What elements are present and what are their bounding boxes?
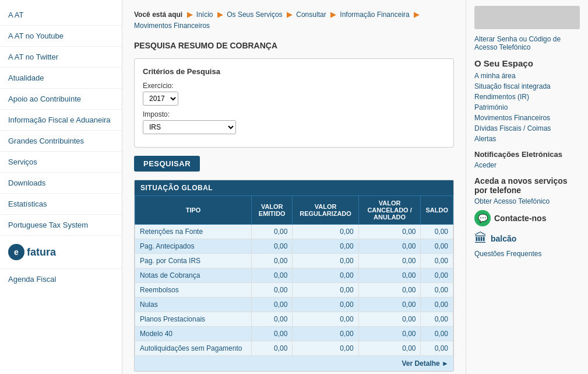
alter-senha-link[interactable]: Alterar Senha ou Código de Acesso Telefó…	[474, 35, 580, 51]
cell-tipo[interactable]: Planos Prestacionais	[135, 312, 252, 327]
notif-aceder-link[interactable]: Aceder	[474, 161, 580, 169]
sidebar-item-downloads[interactable]: Downloads	[0, 173, 122, 194]
cell-valor-regularizado: 0,00	[293, 268, 358, 283]
right-panel: Alterar Senha ou Código de Acesso Telefó…	[466, 0, 588, 374]
balcao-icon: 🏛	[474, 231, 487, 246]
cell-saldo: 0,00	[421, 341, 453, 356]
sidebar-item-a-at[interactable]: A AT	[0, 5, 122, 26]
cell-tipo[interactable]: Reembolsos	[135, 283, 252, 298]
sidebar-item-a-at-no-twitter[interactable]: A AT no Twitter	[0, 47, 122, 68]
balcao-label[interactable]: balcão	[491, 234, 516, 243]
cell-valor-regularizado: 0,00	[293, 327, 358, 341]
cell-saldo: 0,00	[421, 312, 453, 327]
cell-valor-emitido: 0,00	[252, 225, 293, 239]
cell-saldo: 0,00	[421, 239, 453, 254]
seu-espaco-link[interactable]: Património	[474, 103, 580, 111]
breadcrumb-seus-servicos[interactable]: Os Seus Serviços	[227, 11, 282, 19]
table-row: Pag. Antecipados 0,00 0,00 0,00 0,00	[135, 239, 453, 254]
cell-valor-emitido: 0,00	[252, 327, 293, 341]
sidebar-item-informação-fiscal-e-aduaneira[interactable]: Informação Fiscal e Aduaneira	[0, 110, 122, 131]
table-row: Autoliquidações sem Pagamento 0,00 0,00 …	[135, 341, 453, 356]
table-row: Notas de Cobrança 0,00 0,00 0,00 0,00	[135, 268, 453, 283]
cell-valor-regularizado: 0,00	[293, 283, 358, 298]
table-row: Planos Prestacionais 0,00 0,00 0,00 0,00	[135, 312, 453, 327]
cell-saldo: 0,00	[421, 283, 453, 298]
cell-valor-cancelado: 0,00	[358, 239, 421, 254]
cell-tipo[interactable]: Nulas	[135, 298, 252, 312]
cell-tipo[interactable]: Modelo 40	[135, 327, 252, 341]
cell-tipo[interactable]: Retenções na Fonte	[135, 225, 252, 239]
search-box: Critérios de Pesquisa Exercício: 2017 20…	[134, 58, 454, 148]
cell-valor-cancelado: 0,00	[358, 283, 421, 298]
table-row: Reembolsos 0,00 0,00 0,00 0,00	[135, 283, 453, 298]
cell-valor-regularizado: 0,00	[293, 341, 358, 356]
aceda-title: Aceda a novos serviços por telefone	[474, 176, 580, 195]
cell-valor-emitido: 0,00	[252, 341, 293, 356]
search-box-title: Critérios de Pesquisa	[143, 67, 445, 76]
sidebar-item-a-at-no-youtube[interactable]: A AT no Youtube	[0, 26, 122, 47]
imposto-select[interactable]: IRS IVA IRC	[143, 120, 236, 134]
balcao-row: 🏛 balcão	[474, 231, 580, 246]
cell-valor-emitido: 0,00	[252, 268, 293, 283]
cell-valor-emitido: 0,00	[252, 312, 293, 327]
results-table: TIPO VALOR EMITIDO VALOR REGULARIZADO VA…	[135, 195, 453, 356]
cell-saldo: 0,00	[421, 254, 453, 268]
breadcrumb-info-financeira[interactable]: Informação Financeira	[340, 11, 409, 19]
questoes-link[interactable]: Questões Frequentes	[474, 250, 580, 258]
cell-valor-cancelado: 0,00	[358, 225, 421, 239]
exercicio-field: Exercício: 2017 2016 2015	[143, 82, 445, 106]
exercicio-select[interactable]: 2017 2016 2015	[143, 92, 178, 106]
cell-valor-cancelado: 0,00	[358, 298, 421, 312]
table-header-bar: SITUAÇÃO GLOBAL	[135, 180, 453, 195]
search-button[interactable]: PESQUISAR	[134, 156, 200, 172]
efatura-label: fatura	[27, 246, 56, 258]
seu-espaco-link[interactable]: A minha área	[474, 72, 580, 80]
col-valor-cancelado: VALOR CANCELADO / ANULADO	[358, 196, 421, 225]
cell-valor-regularizado: 0,00	[293, 312, 358, 327]
exercicio-label: Exercício:	[143, 82, 445, 90]
sidebar-item-serviços[interactable]: Serviços	[0, 152, 122, 173]
breadcrumb-inicio[interactable]: Início	[196, 11, 213, 19]
section-title: PESQUISA RESUMO DE COBRANÇA	[134, 41, 454, 50]
cell-valor-cancelado: 0,00	[358, 327, 421, 341]
seu-espaco-link[interactable]: Rendimentos (IR)	[474, 93, 580, 101]
cell-tipo[interactable]: Pag. por Conta IRS	[135, 254, 252, 268]
cell-valor-cancelado: 0,00	[358, 254, 421, 268]
col-tipo: TIPO	[135, 196, 252, 225]
cell-valor-regularizado: 0,00	[293, 225, 358, 239]
aceda-link[interactable]: Obter Acesso Telefónico	[474, 197, 580, 205]
seu-espaco-title: O Seu Espaço	[474, 58, 580, 68]
sidebar-item-grandes-contribuintes[interactable]: Grandes Contribuintes	[0, 131, 122, 152]
table-row: Pag. por Conta IRS 0,00 0,00 0,00 0,00	[135, 254, 453, 268]
cell-valor-regularizado: 0,00	[293, 298, 358, 312]
cell-tipo[interactable]: Autoliquidações sem Pagamento	[135, 341, 252, 356]
left-sidebar: A ATA AT no YoutubeA AT no TwitterAtuali…	[0, 0, 122, 374]
sidebar-item-portuguese-tax-system[interactable]: Portuguese Tax System	[0, 215, 122, 236]
seu-espaco-link[interactable]: Situação fiscal integrada	[474, 82, 580, 90]
user-avatar-blurred	[474, 6, 580, 29]
contacte-row: 💬 Contacte-nos	[474, 210, 580, 226]
cell-tipo[interactable]: Pag. Antecipados	[135, 239, 252, 254]
cell-tipo[interactable]: Notas de Cobrança	[135, 268, 252, 283]
sidebar-item-apoio-ao-contribuinte[interactable]: Apoio ao Contribuinte	[0, 89, 122, 110]
breadcrumb-movimentos[interactable]: Movimentos Financeiros	[134, 22, 210, 30]
notif-title: Notificações Eletrónicas	[474, 150, 580, 159]
seu-espaco-link[interactable]: Dívidas Fiscais / Coimas	[474, 124, 580, 132]
imposto-label: Imposto:	[143, 110, 445, 118]
col-saldo: SALDO	[421, 196, 453, 225]
table-row: Modelo 40 0,00 0,00 0,00 0,00	[135, 327, 453, 341]
cell-valor-cancelado: 0,00	[358, 312, 421, 327]
main-content: Você está aqui ▶ Início ▶ Os Seus Serviç…	[122, 0, 466, 374]
contacte-label[interactable]: Contacte-nos	[494, 214, 546, 223]
efatura-logo[interactable]: e fatura	[0, 236, 122, 269]
ver-detalhe[interactable]: Ver Detalhe ►	[135, 356, 453, 371]
breadcrumb-consultar[interactable]: Consultar	[296, 11, 326, 19]
seu-espaco-link[interactable]: Movimentos Financeiros	[474, 114, 580, 122]
cell-saldo: 0,00	[421, 298, 453, 312]
seu-espaco-link[interactable]: Alertas	[474, 135, 580, 143]
sidebar-item-atualidade[interactable]: Atualidade	[0, 68, 122, 89]
cell-valor-emitido: 0,00	[252, 239, 293, 254]
sidebar-item-agenda[interactable]: Agenda Fiscal	[0, 269, 122, 289]
efatura-icon: e	[8, 244, 24, 260]
sidebar-item-estatísticas[interactable]: Estatísticas	[0, 194, 122, 215]
